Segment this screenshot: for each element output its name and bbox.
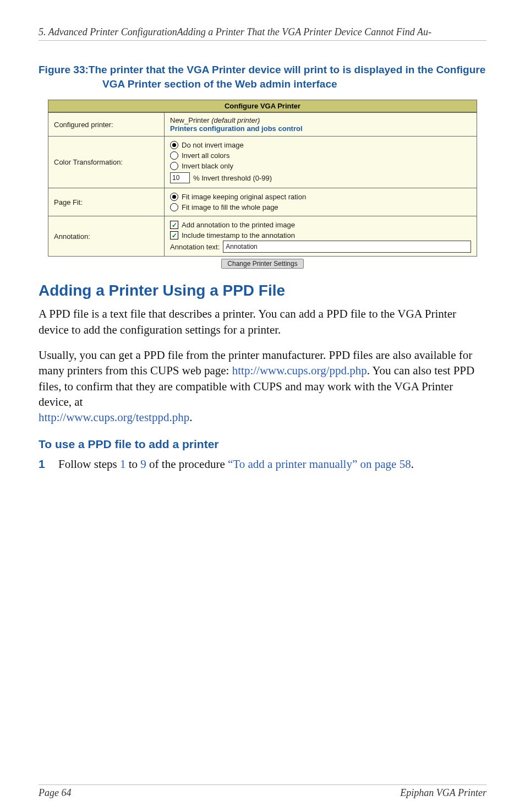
radio-label: Invert black only bbox=[182, 162, 233, 170]
footer-product: Epiphan VGA Printer bbox=[400, 787, 486, 799]
checkbox-include-timestamp[interactable] bbox=[170, 231, 178, 239]
cups-testppd-link[interactable]: http://www.cups.org/testppd.php bbox=[39, 411, 189, 424]
annotation-text-input[interactable]: Annotation bbox=[223, 241, 471, 253]
step-text-frag: of the procedure bbox=[146, 457, 228, 471]
table-row: Page Fit: Fit image keeping original asp… bbox=[48, 188, 477, 216]
step-xref-9[interactable]: 9 bbox=[140, 457, 146, 471]
annotation-label: Annotation: bbox=[48, 216, 165, 257]
table-row: Color Transformation: Do not invert imag… bbox=[48, 137, 477, 188]
page-footer: Page 64 Epiphan VGA Printer bbox=[0, 784, 525, 799]
step-text-frag: to bbox=[126, 457, 141, 471]
printer-name: New_Printer bbox=[170, 116, 210, 124]
table-row: Configured printer: New_Printer (default… bbox=[48, 113, 477, 137]
step-xref-procedure[interactable]: “To add a printer manually” on page 58 bbox=[228, 457, 411, 471]
body-paragraph: Usually, you can get a PPD file from the… bbox=[39, 347, 486, 426]
change-printer-settings-button[interactable]: Change Printer Settings bbox=[221, 259, 303, 269]
radio-do-not-invert[interactable] bbox=[170, 141, 178, 149]
radio-invert-all[interactable] bbox=[170, 151, 178, 160]
page-fit-label: Page Fit: bbox=[48, 188, 165, 216]
step-number: 1 bbox=[39, 456, 50, 472]
body-text: . bbox=[189, 411, 192, 424]
configured-printer-value: New_Printer (default printer) Printers c… bbox=[165, 113, 477, 137]
radio-fit-aspect[interactable] bbox=[170, 193, 178, 201]
figure-caption-text: The printer that the VGA Printer device … bbox=[89, 64, 485, 90]
checkbox-label: Include timestamp to the annotation bbox=[182, 231, 295, 239]
annotation-value: Add annotation to the printed image Incl… bbox=[165, 216, 477, 257]
procedure-heading: To use a PPD file to add a printer bbox=[39, 438, 486, 451]
cups-ppd-link[interactable]: http://www.cups.org/ppd.php bbox=[232, 364, 367, 377]
step-text-frag: . bbox=[411, 457, 414, 471]
checkbox-label: Add annotation to the printed image bbox=[182, 221, 295, 229]
figure-caption: Figure 33:The printer that the VGA Print… bbox=[39, 63, 486, 91]
config-panel: Configure VGA Printer Configured printer… bbox=[48, 100, 477, 269]
radio-invert-black[interactable] bbox=[170, 162, 178, 170]
config-panel-title: Configure VGA Printer bbox=[48, 100, 477, 112]
figure-label: Figure 33: bbox=[39, 64, 89, 75]
configured-printer-label: Configured printer: bbox=[48, 113, 165, 137]
section-heading: Adding a Printer Using a PPD File bbox=[39, 282, 486, 299]
radio-label: Do not invert image bbox=[182, 141, 244, 149]
printers-config-link[interactable]: Printers configuration and jobs control bbox=[170, 124, 303, 133]
table-row: Annotation: Add annotation to the printe… bbox=[48, 216, 477, 257]
invert-threshold-input[interactable]: 10 bbox=[170, 172, 190, 183]
radio-fit-fill[interactable] bbox=[170, 203, 178, 211]
annotation-text-label: Annotation text: bbox=[170, 243, 220, 251]
config-table: Configured printer: New_Printer (default… bbox=[48, 112, 477, 257]
radio-label: Fit image to fill the whole page bbox=[182, 203, 278, 211]
color-transformation-label: Color Transformation: bbox=[48, 137, 165, 188]
default-printer-suffix: (default printer) bbox=[210, 116, 260, 124]
color-transformation-value: Do not invert image Invert all colors In… bbox=[165, 137, 477, 188]
radio-label: Invert all colors bbox=[182, 151, 229, 160]
page-fit-value: Fit image keeping original aspect ration… bbox=[165, 188, 477, 216]
step-text-frag: Follow steps bbox=[58, 457, 120, 471]
body-paragraph: A PPD file is a text file that describes… bbox=[39, 306, 486, 337]
radio-label: Fit image keeping original aspect ration bbox=[182, 193, 306, 201]
step-xref-1[interactable]: 1 bbox=[120, 457, 126, 471]
invert-threshold-label: % Invert threshold (0-99) bbox=[193, 174, 272, 182]
step-text: Follow steps 1 to 9 of the procedure “To… bbox=[58, 456, 414, 472]
footer-page-number: Page 64 bbox=[39, 787, 71, 799]
running-header: 5. Advanced Printer ConfigurationAdding … bbox=[39, 26, 486, 41]
checkbox-add-annotation[interactable] bbox=[170, 221, 178, 229]
step-item: 1 Follow steps 1 to 9 of the procedure “… bbox=[39, 456, 486, 472]
